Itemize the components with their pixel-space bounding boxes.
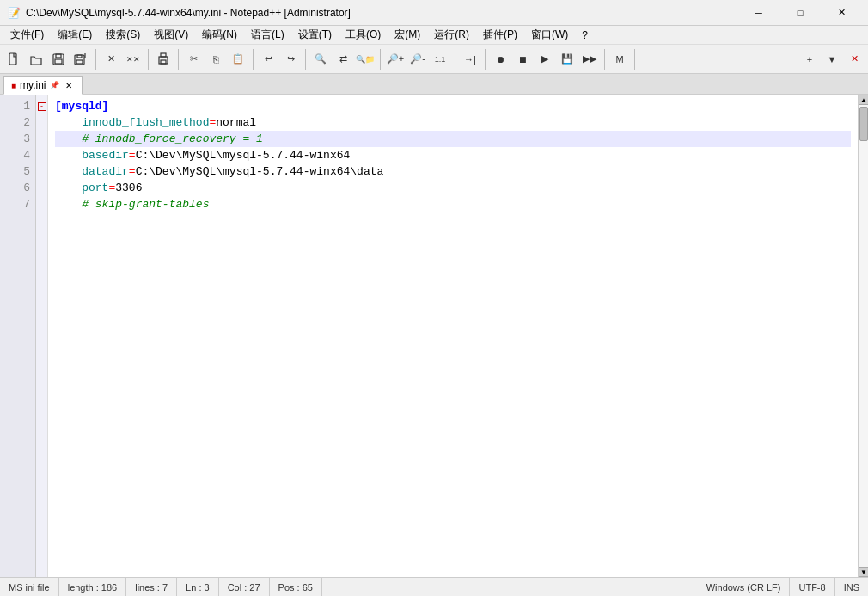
code-content-1: [mysqld]	[55, 100, 108, 113]
code-part: =	[129, 149, 136, 162]
menu-item-t[interactable]: 设置(T)	[291, 26, 339, 44]
zoom-in-button[interactable]: 🔎+	[385, 49, 406, 70]
menu-item-l[interactable]: 语言(L)	[244, 26, 291, 44]
menu-item-n[interactable]: 编码(N)	[195, 26, 244, 44]
open-button[interactable]	[26, 49, 46, 70]
code-part: port	[82, 181, 108, 194]
editor-container: 1234567 - [mysqld] innodb_flush_method=n…	[0, 95, 868, 577]
scroll-thumb[interactable]	[859, 107, 868, 141]
toolbar-separator-2	[148, 49, 149, 70]
toolbar-separator-6	[380, 49, 381, 70]
collapse-marker-1[interactable]: -	[36, 98, 47, 114]
code-line-3[interactable]: # innodb_force_recovery = 1	[55, 131, 851, 147]
code-line-1[interactable]: [mysqld]	[55, 98, 851, 114]
code-part: datadir	[82, 165, 129, 178]
svg-rect-0	[9, 53, 16, 65]
title-bar: 📝 C:\Dev\MySQL\mysql-5.7.44-winx64\my.in…	[0, 0, 868, 26]
replace-button[interactable]: ⇄	[333, 49, 353, 70]
new-button[interactable]	[3, 49, 24, 70]
toolbar-extra-2[interactable]: ▼	[822, 49, 842, 70]
toolbar-separator-7	[455, 49, 455, 70]
svg-rect-10	[161, 60, 166, 64]
menu-item-o[interactable]: 工具(O)	[339, 26, 388, 44]
save-all-button[interactable]	[70, 49, 91, 70]
menu-item-e[interactable]: 编辑(E)	[51, 26, 99, 44]
menu-item-v[interactable]: 视图(V)	[147, 26, 195, 44]
copy-button[interactable]: ⎘	[205, 49, 226, 70]
line-number-5: 5	[0, 163, 35, 180]
code-part: basedir	[82, 149, 129, 162]
close-all-button[interactable]: ✕✕	[123, 49, 144, 70]
macro-record-button[interactable]: ⏺	[490, 49, 510, 70]
maximize-button[interactable]: □	[780, 0, 820, 26]
cut-button[interactable]: ✂	[183, 49, 204, 70]
code-line-7[interactable]: # skip-grant-tables	[55, 196, 851, 212]
minimize-button[interactable]: ─	[739, 0, 779, 26]
menu-item-p[interactable]: 插件(P)	[476, 26, 524, 44]
scroll-track[interactable]	[859, 105, 868, 567]
tab-pin-icon: 📌	[50, 81, 59, 89]
scroll-down-button[interactable]: ▼	[859, 567, 868, 577]
svg-rect-6	[76, 60, 83, 64]
status-length: length : 186	[59, 578, 127, 596]
collapse-gutter: -	[36, 95, 48, 577]
menu-item-r[interactable]: 运行(R)	[427, 26, 476, 44]
print-button[interactable]	[153, 49, 174, 70]
collapse-marker-7	[36, 196, 47, 212]
code-line-6[interactable]: port=3306	[55, 180, 851, 196]
zoom-out-button[interactable]: 🔎-	[407, 49, 428, 70]
status-encoding: UTF-8	[790, 578, 834, 596]
code-line-2[interactable]: innodb_flush_method=normal	[55, 114, 851, 131]
tab-label: my.ini	[20, 79, 46, 91]
marks-button[interactable]: M	[609, 49, 630, 70]
undo-button[interactable]: ↩	[258, 49, 278, 70]
zoom-reset-button[interactable]: 1:1	[430, 49, 450, 70]
menu-item-[interactable]: ?	[575, 28, 595, 43]
toolbar-close[interactable]: ✕	[844, 49, 865, 70]
menu-item-s[interactable]: 搜索(S)	[99, 26, 147, 44]
macro-run-multiple-button[interactable]: ▶▶	[579, 49, 600, 70]
collapse-marker-4	[36, 147, 47, 163]
toolbar: ✕ ✕✕ ✂ ⎘ 📋 ↩ ↪ 🔍 ⇄ 🔍📁 🔎+ 🔎- 1:1 →| ⏺ ⏹ ▶…	[0, 45, 868, 74]
macro-play-button[interactable]: ▶	[535, 49, 555, 70]
close-button[interactable]: ✕	[822, 0, 861, 26]
toolbar-separator-4	[253, 49, 254, 70]
macro-stop-button[interactable]: ⏹	[512, 49, 533, 70]
find-files-button[interactable]: 🔍📁	[355, 49, 376, 70]
toolbar-separator-8	[485, 49, 486, 70]
code-part: C:\Dev\MySQL\mysql-5.7.44-winx64\data	[136, 165, 384, 178]
code-line-4[interactable]: basedir=C:\Dev\MySQL\mysql-5.7.44-winx64	[55, 147, 851, 163]
status-bar: MS ini file length : 186 lines : 7 Ln : …	[0, 577, 868, 596]
find-button[interactable]: 🔍	[310, 49, 331, 70]
line-number-4: 4	[0, 147, 35, 163]
tab-my-ini[interactable]: ■ my.ini 📌 ✕	[3, 76, 83, 95]
tab-close-button[interactable]: ✕	[63, 79, 75, 91]
menu-item-m[interactable]: 宏(M)	[388, 26, 427, 44]
status-pos: Pos : 65	[270, 578, 322, 596]
toolbar-separator-5	[305, 49, 306, 70]
app-icon: 📝	[7, 6, 21, 20]
indent-button[interactable]: →|	[460, 49, 480, 70]
code-part: # innodb_force_recovery = 1	[82, 132, 263, 145]
redo-button[interactable]: ↪	[280, 49, 301, 70]
status-filetype: MS ini file	[0, 578, 59, 596]
scroll-up-button[interactable]: ▲	[859, 95, 868, 105]
vertical-scrollbar[interactable]: ▲ ▼	[858, 95, 868, 577]
toolbar-extra-1[interactable]: +	[799, 49, 820, 70]
menu-item-f[interactable]: 文件(F)	[3, 26, 51, 44]
paste-button[interactable]: 📋	[228, 49, 248, 70]
close-tab-button[interactable]: ✕	[101, 49, 121, 70]
code-part: =	[129, 165, 136, 178]
code-part: =	[209, 116, 216, 129]
macro-save-button[interactable]: 💾	[557, 49, 578, 70]
code-area[interactable]: [mysqld] innodb_flush_method=normal # in…	[48, 95, 858, 577]
save-button[interactable]	[48, 49, 69, 70]
code-line-5[interactable]: datadir=C:\Dev\MySQL\mysql-5.7.44-winx64…	[55, 163, 851, 180]
tab-icon: ■	[11, 81, 16, 90]
collapse-marker-5	[36, 163, 47, 180]
status-ln: Ln : 3	[177, 578, 219, 596]
menu-item-w[interactable]: 窗口(W)	[524, 26, 575, 44]
line-number-3: 3	[0, 131, 35, 147]
svg-rect-3	[55, 59, 62, 64]
status-col: Col : 27	[219, 578, 270, 596]
